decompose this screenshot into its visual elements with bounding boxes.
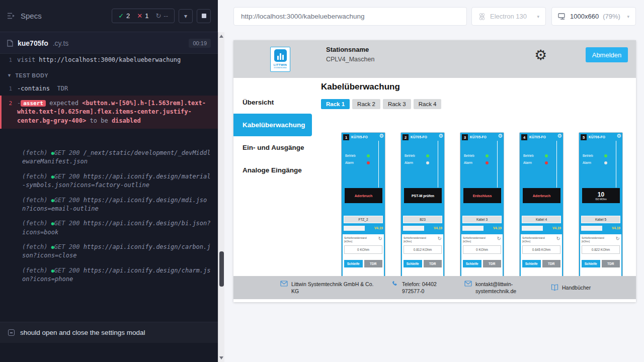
specs-menu[interactable]: Specs xyxy=(7,12,42,20)
sidebar-item-uebersicht[interactable]: Übersicht xyxy=(233,91,320,114)
spec-timer: 00:19 xyxy=(189,39,211,48)
betrieb-led xyxy=(367,154,370,157)
scrollbar-thumb[interactable] xyxy=(219,251,224,287)
scroll-up-icon[interactable] xyxy=(219,35,223,38)
line-number: 1 xyxy=(0,84,17,93)
resistance-value: 0 KOhm xyxy=(463,245,501,254)
tab-rack-1[interactable]: Rack 1 xyxy=(321,99,350,109)
card-gear-icon[interactable]: ⚙ xyxy=(379,133,384,139)
sidebar-item-analoge-eingaenge[interactable]: Analoge Eingänge xyxy=(233,159,320,182)
scroll-down-icon[interactable] xyxy=(219,356,223,359)
refresh-icon[interactable]: ↻ xyxy=(616,236,620,241)
settings-gear-icon[interactable]: ⚙ xyxy=(534,48,547,62)
footer-company[interactable]: Littwin Systemtechnik GmbH & Co. KG xyxy=(280,281,376,295)
reporter-header: Specs ✓2 ✕1 ↻-- ▾ xyxy=(0,0,218,32)
footer-email[interactable]: kontakt@littwin-systemtechnik.de xyxy=(464,281,535,295)
fetch-url: https://api.iconify.design/carbon.json?i… xyxy=(22,243,211,259)
refresh-icon[interactable]: ↻ xyxy=(378,236,382,241)
app-viewport: LITTWIN SYSTEMTECHNIK Stationsname CPLV4… xyxy=(233,40,636,302)
device-card: 2 KÜ705-FO ⚙ Betrieb Alarm PST-M prüfen … xyxy=(400,132,445,283)
refresh-icon[interactable]: ↻ xyxy=(556,236,560,241)
book-icon xyxy=(551,284,558,291)
card-gear-icon[interactable]: ⚙ xyxy=(557,133,562,139)
tdr-button[interactable]: TDR xyxy=(483,260,502,267)
rack-tabs: Rack 1 Rack 2 Rack 3 Rack 4 xyxy=(321,99,636,109)
fetch-status: GET 200 xyxy=(54,149,80,156)
tdr-button[interactable]: TDR xyxy=(364,260,383,267)
network-logs: (fetch) ●GET 200 /_next/static/developme… xyxy=(0,149,218,290)
visit-log[interactable]: 1 visit http://localhost:3000/kabelueber… xyxy=(0,54,218,66)
reporter-scrollbar[interactable] xyxy=(218,32,224,362)
url-input[interactable]: http://localhost:3000/kabelueberwachung xyxy=(233,7,467,26)
test-body-section[interactable]: ▼ TEST BODY xyxy=(0,66,218,82)
browser-select[interactable]: Electron 130 ▾ xyxy=(471,7,546,26)
firmware-version: V4.19 xyxy=(612,226,620,230)
tdr-button[interactable]: TDR xyxy=(602,260,620,267)
sidebar-item-kabelueberwachung[interactable]: Kabelüberwachung xyxy=(233,114,312,136)
tab-rack-2[interactable]: Rack 2 xyxy=(352,99,380,109)
card-gear-icon[interactable]: ⚙ xyxy=(438,133,443,139)
tdr-button[interactable]: TDR xyxy=(542,260,561,267)
fetch-log[interactable]: (fetch) ●GET 200 https://api.iconify.des… xyxy=(0,172,218,196)
sidebar-item-ein-und-ausgaenge[interactable]: Ein- und Ausgänge xyxy=(233,136,320,159)
refresh-icon[interactable]: ↻ xyxy=(497,236,501,241)
card-gear-icon[interactable]: ⚙ xyxy=(498,133,503,139)
fetch-status: GET 200 xyxy=(54,173,80,180)
email-address: kontakt@littwin-systemtechnik.de xyxy=(475,281,535,295)
tab-rack-4[interactable]: Rack 4 xyxy=(414,99,442,109)
next-test-row[interactable]: should open and close the settings modal xyxy=(0,322,218,343)
logout-button[interactable]: Abmelden xyxy=(586,47,628,62)
schleife-button[interactable]: Schleife xyxy=(344,260,363,267)
fetch-log[interactable]: (fetch) ●GET 200 https://api.iconify.des… xyxy=(0,196,218,220)
pending-count: -- xyxy=(164,12,168,20)
measurement-panel: Schleifenwiderstand [kOhm]↻ 0.645 KOhm S… xyxy=(521,234,562,282)
spec-header[interactable]: kue705fo.cy.ts 00:19 xyxy=(0,32,218,54)
schleife-button[interactable]: Schleife xyxy=(404,260,422,267)
resistance-label: Schleifenwiderstand [kOhm] xyxy=(582,236,610,243)
resistance-label: Schleifenwiderstand [kOhm] xyxy=(463,236,491,243)
collapse-button[interactable]: ▾ xyxy=(179,9,193,23)
aut-area: http://localhost:3000/kabelueberwachung … xyxy=(224,0,644,362)
fetch-status: GET 200 xyxy=(54,197,80,204)
betrieb-label: Betrieb xyxy=(405,154,415,157)
chevron-down-icon: ▾ xyxy=(627,14,629,19)
schleife-button[interactable]: Schleife xyxy=(582,260,600,267)
fetch-log[interactable]: (fetch) ●GET 200 https://api.iconify.des… xyxy=(0,266,218,290)
viewport-select[interactable]: 1000x660 (79%) ▾ xyxy=(551,7,636,26)
blank-field xyxy=(462,226,484,231)
alarm-label: Alarm xyxy=(583,161,591,164)
chevron-down-icon: ▾ xyxy=(537,14,539,19)
fetch-log[interactable]: (fetch) ●GET 200 https://api.iconify.des… xyxy=(0,219,218,243)
card-gear-icon[interactable]: ⚙ xyxy=(616,133,621,139)
fetch-tag: (fetch) xyxy=(22,267,48,274)
cable-name: Kabel 3 xyxy=(462,216,502,223)
betrieb-led xyxy=(604,154,607,157)
tdr-button[interactable]: TDR xyxy=(424,260,442,267)
resistance-value: 0.822 KOhm xyxy=(582,245,620,254)
fetch-url: https://api.iconify.design/material-symb… xyxy=(22,173,211,189)
refresh-icon[interactable]: ↻ xyxy=(438,236,442,241)
alarm-led xyxy=(545,161,548,164)
pending-icon: ↻ xyxy=(155,12,161,20)
device-card: 3 KÜ705-FO ⚙ Betrieb Alarm Erdschluss Ka… xyxy=(460,132,504,283)
schleife-button[interactable]: Schleife xyxy=(522,260,541,267)
cable-name: FTZ_2 xyxy=(344,216,383,223)
test-collapsed-icon xyxy=(8,329,15,336)
fetch-url: https://api.iconify.design/charm.json?ic… xyxy=(22,267,211,283)
footer-manuals[interactable]: Handbücher xyxy=(551,284,591,291)
assert-error-log[interactable]: 2 -assert expected <button.w-[50%].h-[1.… xyxy=(0,96,218,129)
company-name: Littwin Systemtechnik GmbH & Co. KG xyxy=(291,281,376,295)
contains-log[interactable]: 1 -contains TDR xyxy=(0,82,218,95)
fetch-log[interactable]: (fetch) ●GET 200 /_next/static/developme… xyxy=(0,149,218,172)
schleife-button[interactable]: Schleife xyxy=(463,260,481,267)
electron-icon xyxy=(478,13,486,21)
failed-count: 1 xyxy=(145,12,148,20)
cable-name: B23 xyxy=(403,216,442,223)
alarm-led xyxy=(604,161,607,164)
footer-phone[interactable]: Telefon: 04402 972577-0 xyxy=(392,281,448,295)
tab-rack-3[interactable]: Rack 3 xyxy=(383,99,411,109)
stop-button[interactable] xyxy=(197,9,211,23)
fetch-log[interactable]: (fetch) ●GET 200 https://api.iconify.des… xyxy=(0,243,218,266)
alarm-label: Alarm xyxy=(523,161,532,164)
status-text: Aderbruch xyxy=(533,194,550,198)
